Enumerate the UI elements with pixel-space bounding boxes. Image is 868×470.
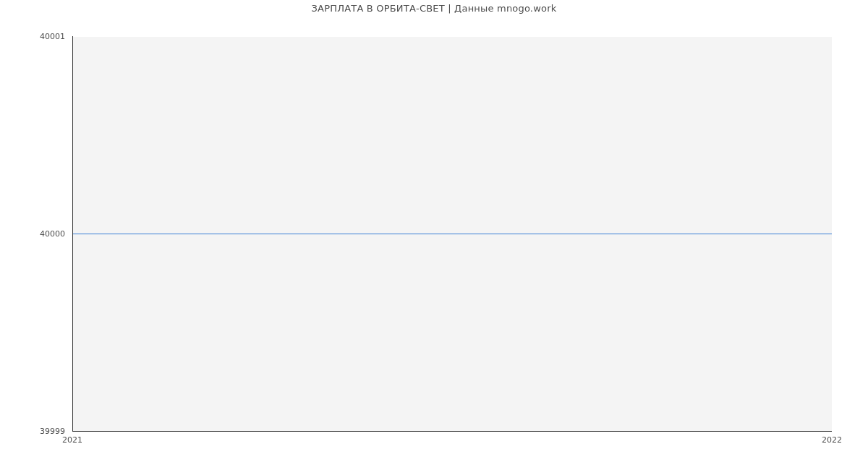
axis-spine-bottom [72,431,832,432]
y-tick-label: 40001 [0,32,65,41]
x-tick-label: 2022 [822,435,842,445]
data-line-salary [72,234,832,234]
x-tick-label: 2021 [62,435,82,445]
y-tick-label: 40000 [0,229,65,239]
chart-title: ЗАРПЛАТА В ОРБИТА-СВЕТ | Данные mnogo.wo… [0,3,868,14]
axis-spine-left [72,36,73,431]
grid-line [72,36,832,37]
chart-container: ЗАРПЛАТА В ОРБИТА-СВЕТ | Данные mnogo.wo… [0,0,868,470]
y-tick-label: 39999 [0,427,65,436]
